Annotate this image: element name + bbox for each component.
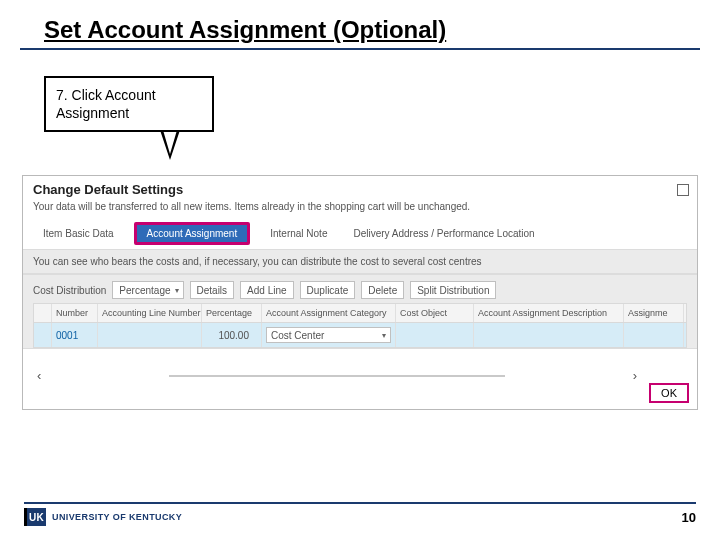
callout-arrow-icon: [160, 130, 180, 160]
cost-distribution-value: Percentage: [119, 285, 170, 296]
slide-footer: UK UNIVERSITY OF KENTUCKY 10: [24, 502, 696, 526]
uk-logo-mark-icon: UK: [24, 508, 46, 526]
callout-text: 7. Click Account Assignment: [56, 87, 156, 121]
tab-bar: Item Basic Data Account Assignment Inter…: [23, 218, 697, 249]
ok-button[interactable]: OK: [649, 383, 689, 403]
col-percentage: Percentage: [202, 304, 262, 322]
scroll-right-icon[interactable]: ›: [633, 368, 637, 383]
tab-internal-note[interactable]: Internal Note: [264, 224, 333, 243]
row-description: [474, 323, 624, 347]
window-control-icon[interactable]: [677, 184, 689, 196]
table-header-row: Number Accounting Line Number Percentage…: [33, 303, 687, 323]
instruction-callout: 7. Click Account Assignment: [44, 76, 214, 132]
scroll-left-icon[interactable]: ‹: [37, 368, 41, 383]
dialog-window: Change Default Settings Your data will b…: [22, 175, 698, 410]
chevron-down-icon: ▾: [382, 331, 386, 340]
scroll-track[interactable]: [169, 375, 505, 377]
tab-delivery-address[interactable]: Delivery Address / Performance Location: [347, 224, 540, 243]
chevron-down-icon: ▾: [175, 286, 179, 295]
row-number-link[interactable]: 0001: [52, 323, 98, 347]
dialog-title: Change Default Settings: [33, 182, 183, 197]
panel-description: You can see who bears the costs and, if …: [23, 249, 697, 274]
uk-logo-text: UNIVERSITY OF KENTUCKY: [52, 512, 182, 522]
category-select[interactable]: Cost Center ▾: [266, 327, 391, 343]
col-description: Account Assignment Description: [474, 304, 624, 322]
col-acct-line: Accounting Line Number: [98, 304, 202, 322]
tab-account-assignment[interactable]: Account Assignment: [134, 222, 251, 245]
add-line-button[interactable]: Add Line: [240, 281, 293, 299]
page-number: 10: [682, 510, 696, 525]
row-percentage: 100.00: [202, 323, 262, 347]
delete-button[interactable]: Delete: [361, 281, 404, 299]
table-row[interactable]: 0001 100.00 Cost Center ▾: [33, 323, 687, 348]
dialog-subtitle: Your data will be transferred to all new…: [23, 199, 697, 218]
col-category: Account Assignment Category: [262, 304, 396, 322]
dialog-header: Change Default Settings: [23, 176, 697, 199]
uk-logo: UK UNIVERSITY OF KENTUCKY: [24, 508, 182, 526]
details-button[interactable]: Details: [190, 281, 235, 299]
duplicate-button[interactable]: Duplicate: [300, 281, 356, 299]
cost-distribution-label: Cost Distribution: [33, 285, 106, 296]
cost-distribution-select[interactable]: Percentage ▾: [112, 281, 183, 299]
row-category-cell: Cost Center ▾: [262, 323, 396, 347]
slide-title: Set Account Assignment (Optional): [20, 0, 700, 50]
row-select-cell[interactable]: [34, 323, 52, 347]
horizontal-scrollbar[interactable]: ‹ ›: [37, 368, 637, 383]
col-cost-object: Cost Object: [396, 304, 474, 322]
col-select: [34, 304, 52, 322]
row-cost-object: [396, 323, 474, 347]
col-number: Number: [52, 304, 98, 322]
category-value: Cost Center: [271, 330, 324, 341]
col-assignment: Assignme: [624, 304, 684, 322]
toolbar: Cost Distribution Percentage ▾ Details A…: [23, 275, 697, 303]
split-distribution-button[interactable]: Split Distribution: [410, 281, 496, 299]
tab-item-basic-data[interactable]: Item Basic Data: [37, 224, 120, 243]
row-acct-line: [98, 323, 202, 347]
row-assignment: [624, 323, 684, 347]
